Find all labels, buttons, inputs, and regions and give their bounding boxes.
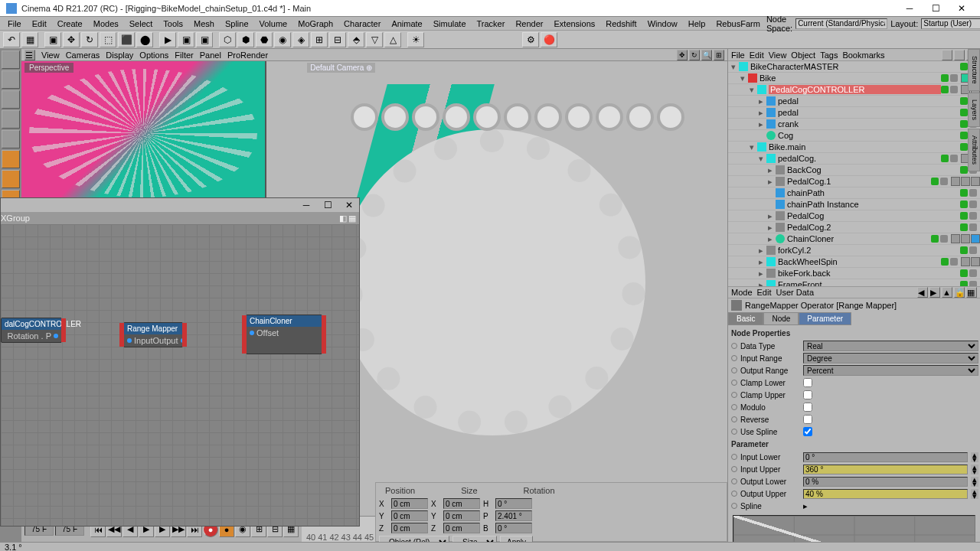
- vis-render-dot[interactable]: [950, 258, 958, 266]
- expand-icon[interactable]: ▸: [759, 96, 766, 106]
- expand-icon[interactable]: ▸: [768, 177, 776, 187]
- xgroup-icon2[interactable]: ▦: [348, 214, 356, 223]
- prop-Clamp Upper[interactable]: [803, 390, 812, 399]
- stepper[interactable]: ▴▾: [971, 452, 978, 462]
- rot-H[interactable]: [495, 498, 532, 509]
- toolbar-btn-12[interactable]: ▣: [196, 32, 213, 47]
- object-label[interactable]: chainPath: [787, 188, 960, 197]
- vis-editor-dot[interactable]: [960, 109, 968, 116]
- expand-icon[interactable]: ▸: [759, 280, 766, 287]
- toolbar-btn-21[interactable]: ⬘: [348, 32, 364, 47]
- xpresso-close[interactable]: ✕: [342, 200, 356, 210]
- node-cloner-title[interactable]: ChainCloner: [247, 315, 322, 327]
- vp-menu-prorender[interactable]: ProRender: [227, 51, 268, 60]
- attr-back[interactable]: ◀: [917, 287, 928, 298]
- xgroup-tab[interactable]: XGroup: [1, 214, 30, 223]
- vis-render-dot[interactable]: [969, 223, 977, 231]
- vis-editor-dot[interactable]: [941, 155, 949, 162]
- stepper[interactable]: ▴▾: [971, 465, 978, 474]
- left-tool-1[interactable]: [2, 70, 20, 89]
- vis-editor-dot[interactable]: [941, 74, 949, 82]
- vis-editor-dot[interactable]: [960, 246, 968, 254]
- toolbar-btn-7[interactable]: ⬛: [118, 32, 135, 47]
- vis-render-dot[interactable]: [969, 246, 977, 254]
- keyframe-dot[interactable]: [731, 367, 737, 373]
- menu-modes[interactable]: Modes: [89, 18, 123, 30]
- object-label[interactable]: Bike.main: [769, 142, 960, 152]
- size-Y[interactable]: [443, 510, 480, 521]
- keyframe-dot[interactable]: [731, 491, 737, 497]
- object-label[interactable]: BackCog: [787, 165, 960, 174]
- vis-render-dot[interactable]: [969, 201, 977, 208]
- expand-icon[interactable]: ▾: [740, 73, 748, 83]
- menu-tracker[interactable]: Tracker: [472, 18, 510, 30]
- xpresso-minimize[interactable]: ─: [299, 200, 313, 210]
- object-row-pedal[interactable]: ▸ pedal: [728, 107, 980, 119]
- maximize-button[interactable]: ☐: [923, 1, 948, 16]
- prop-Use Spline[interactable]: [803, 427, 812, 436]
- node-controller-title[interactable]: dalCogCONTROLLER: [2, 318, 61, 330]
- om-menu-tags[interactable]: Tags: [820, 51, 838, 60]
- vp-nav-1[interactable]: ↻: [689, 50, 700, 60]
- keyframe-dot[interactable]: [731, 404, 737, 410]
- tag-icon[interactable]: [951, 234, 960, 243]
- vp-menu-display[interactable]: Display: [106, 51, 133, 60]
- om-menu-view[interactable]: View: [769, 51, 787, 60]
- prop-Reverse[interactable]: [803, 415, 812, 424]
- vis-render-dot[interactable]: [950, 155, 958, 162]
- toolbar-btn-5[interactable]: ↻: [81, 32, 98, 47]
- layout-field[interactable]: [921, 18, 980, 29]
- expand-icon[interactable]: ▸: [759, 257, 766, 267]
- object-label[interactable]: Bike: [760, 73, 941, 83]
- toolbar-btn-0[interactable]: ↶: [3, 32, 20, 47]
- object-row-chainPath Instance[interactable]: chainPath Instance: [728, 199, 980, 210]
- port-cloner-offset[interactable]: Offset: [250, 328, 279, 337]
- tag-icon[interactable]: [961, 234, 970, 243]
- expand-icon[interactable]: ▸: [759, 119, 766, 129]
- vis-editor-dot[interactable]: [931, 235, 939, 243]
- size-Z[interactable]: [443, 523, 480, 533]
- toolbar-btn-20[interactable]: ⊟: [329, 32, 346, 47]
- vis-editor-dot[interactable]: [960, 269, 968, 277]
- object-label[interactable]: pedal: [778, 108, 960, 117]
- prop-Input Range[interactable]: Degree: [803, 353, 978, 364]
- menu-tools[interactable]: Tools: [158, 18, 188, 30]
- object-row-pedalCog.[interactable]: ▾ pedalCog.: [728, 153, 980, 165]
- vis-editor-dot[interactable]: [941, 86, 949, 93]
- keyframe-dot[interactable]: [731, 454, 737, 460]
- keyframe-dot[interactable]: [731, 503, 737, 509]
- om-menu-bookmarks[interactable]: Bookmarks: [842, 51, 884, 60]
- menu-window[interactable]: Window: [643, 18, 682, 30]
- object-row-BikeCharacterMASTER[interactable]: ▾ BikeCharacterMASTER: [728, 61, 980, 73]
- keyframe-dot[interactable]: [731, 355, 737, 361]
- toolbar-btn-22[interactable]: ▽: [366, 32, 383, 47]
- tag-icon[interactable]: [971, 257, 980, 266]
- object-label[interactable]: PedalCog.1: [787, 177, 931, 186]
- menu-redshift[interactable]: Redshift: [601, 18, 641, 30]
- port-range-input[interactable]: Input: [127, 336, 152, 345]
- vis-editor-dot[interactable]: [960, 166, 968, 174]
- vis-render-dot[interactable]: [969, 281, 977, 286]
- menu-mesh[interactable]: Mesh: [189, 18, 219, 30]
- attr-up[interactable]: ▲: [942, 287, 952, 298]
- vp-menu-cameras[interactable]: Cameras: [66, 51, 100, 60]
- vis-editor-dot[interactable]: [960, 201, 968, 208]
- keyframe-dot[interactable]: [731, 478, 737, 484]
- vp-menu-filter[interactable]: Filter: [175, 51, 193, 60]
- expand-icon[interactable]: ▸: [768, 211, 776, 221]
- menu-animate[interactable]: Animate: [387, 18, 426, 30]
- object-label[interactable]: pedal: [778, 96, 960, 106]
- close-button[interactable]: ✕: [949, 1, 974, 16]
- toolbar-btn-17[interactable]: ◉: [274, 32, 291, 47]
- param-Output Upper[interactable]: [803, 489, 968, 499]
- attr-tab-node[interactable]: Node: [763, 312, 799, 325]
- vis-render-dot[interactable]: [969, 212, 977, 220]
- toolbar-btn-25[interactable]: ☀: [407, 32, 424, 47]
- attr-fwd[interactable]: ▶: [929, 287, 940, 298]
- toolbar-btn-18[interactable]: ◈: [292, 32, 309, 47]
- object-label[interactable]: chainPath Instance: [787, 200, 960, 209]
- object-label[interactable]: BikeCharacterMASTER: [750, 62, 960, 71]
- expand-icon[interactable]: ▸: [759, 269, 766, 279]
- prop-Data Type[interactable]: Real: [803, 341, 978, 351]
- object-label[interactable]: ChainCloner: [787, 234, 931, 243]
